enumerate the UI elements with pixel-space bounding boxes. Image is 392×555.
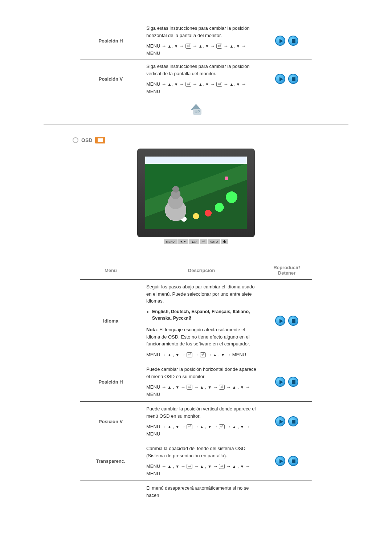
desc-text: Siga estas instrucciones para cambiar la… <box>146 25 257 39</box>
nav-suffix: → MENU <box>225 352 246 357</box>
nav-sequence: MENU → ▲ , ▼ → ⏎ → ▲ , ▼ → ⏎ → ▲ , ▼ → M… <box>146 463 257 477</box>
nav-sequence: MENU → ▲ , ▼ → ⏎ → ▲ , ▼ → ⏎ → ▲ , ▼ → M… <box>146 423 257 437</box>
enter-icon: ⏎ <box>187 352 192 357</box>
play-icon[interactable] <box>275 74 285 84</box>
osd-icon <box>95 137 105 143</box>
col-play: Reproducir/ Detener <box>262 261 312 280</box>
desc-text: El menú desaparecerá automáticamente si … <box>146 485 257 499</box>
monitor-btn: ⏻ <box>221 239 228 244</box>
note-body: : El lenguaje escogido afecta solamente … <box>146 327 250 347</box>
row-label <box>80 481 142 503</box>
play-icon[interactable] <box>275 316 285 326</box>
desc-text: Seguir los pasos abajo par cambiar el id… <box>146 283 257 305</box>
monitor-btn: ⏎ <box>200 239 207 244</box>
language-list: English, Deutsch, Español, Français, Ita… <box>152 308 257 322</box>
bullet-icon <box>73 137 78 143</box>
nav-prefix: MENU → <box>146 424 168 429</box>
row-desc: Siga estas instrucciones para cambiar la… <box>141 22 262 60</box>
divider <box>44 124 348 125</box>
row-label: Posición H <box>80 362 142 402</box>
enter-icon: ⏎ <box>187 385 192 390</box>
nav-sequence: MENU → ▲, ▼ → ⏎ → ▲, ▼ → ⏎ → ▲, ▼ → MENU <box>146 81 257 95</box>
enter-icon: ⏎ <box>200 352 206 357</box>
note-text: Nota: El lenguaje escogido afecta solame… <box>146 326 257 348</box>
section-header: OSD <box>73 137 348 143</box>
desc-text: Puede cambiar la posición horizontal don… <box>146 366 257 380</box>
up-icon[interactable] <box>188 104 204 116</box>
nav-prefix: MENU → <box>146 43 168 49</box>
monitor-btn: MENU <box>164 239 177 244</box>
nav-sequence: MENU → ▲ , ▼ → ⏎ → ⏎ → ▲ , ▼ → MENU <box>146 351 257 358</box>
stop-icon[interactable] <box>288 456 298 466</box>
monitor-illustration: MENU ◄/▼ ▲/▷ ⏎ AUTO ⏻ <box>44 149 348 244</box>
nav-prefix: MENU → <box>146 352 168 357</box>
col-menu: Menú <box>80 261 142 280</box>
enter-icon: ⏎ <box>219 424 225 429</box>
play-icon[interactable] <box>275 456 285 466</box>
play-icon[interactable] <box>275 416 285 426</box>
monitor-btn: ◄/▼ <box>177 239 188 244</box>
enter-icon: ⏎ <box>185 82 191 87</box>
play-icon[interactable] <box>275 36 285 46</box>
position-table: Posición H Siga estas instrucciones para… <box>80 22 312 98</box>
nav-prefix: MENU → <box>146 384 168 390</box>
enter-icon: ⏎ <box>187 464 192 469</box>
nav-sequence: MENU → ▲, ▼ → ⏎ → ▲, ▼ → ⏎ → ▲, ▼ → MENU <box>146 42 257 57</box>
row-label: Posición V <box>80 60 142 98</box>
stop-icon[interactable] <box>288 74 298 84</box>
stop-icon[interactable] <box>288 36 298 46</box>
enter-icon: ⏎ <box>219 385 225 390</box>
enter-icon: ⏎ <box>219 464 225 469</box>
enter-icon: ⏎ <box>185 44 191 49</box>
row-label: Transparenc. <box>80 441 142 481</box>
desc-text: Siga estas instrucciones para cambiar la… <box>146 63 257 77</box>
col-desc: Descripción <box>141 261 262 280</box>
enter-icon: ⏎ <box>216 82 222 87</box>
osd-table: Menú Descripción Reproducir/ Detener Idi… <box>80 261 312 502</box>
play-icon[interactable] <box>275 377 285 387</box>
row-label: Idioma <box>80 280 142 362</box>
nav-sequence: MENU → ▲ , ▼ → ⏎ → ▲ , ▼ → ⏎ → ▲ , ▼ → M… <box>146 384 257 398</box>
row-desc: Siga estas instrucciones para cambiar la… <box>141 60 262 98</box>
row-label: Posición H <box>80 22 142 60</box>
section-title: OSD <box>81 137 92 143</box>
enter-icon: ⏎ <box>187 424 192 429</box>
desc-text: Puede cambiar la posición vertical donde… <box>146 405 257 420</box>
enter-icon: ⏎ <box>216 44 222 49</box>
nav-prefix: MENU → <box>146 463 168 469</box>
stop-icon[interactable] <box>288 316 298 326</box>
desc-text: Cambia la opacidad del fondo del sistema… <box>146 445 257 459</box>
row-label: Posición V <box>80 402 142 441</box>
note-label: Nota <box>146 327 157 332</box>
stop-icon[interactable] <box>288 377 298 387</box>
monitor-btn: ▲/▷ <box>189 239 199 244</box>
monitor-button-strip: MENU ◄/▼ ▲/▷ ⏎ AUTO ⏻ <box>44 239 348 244</box>
stop-icon[interactable] <box>288 416 298 426</box>
monitor-btn: AUTO <box>208 239 220 244</box>
nav-prefix: MENU → <box>146 81 168 87</box>
